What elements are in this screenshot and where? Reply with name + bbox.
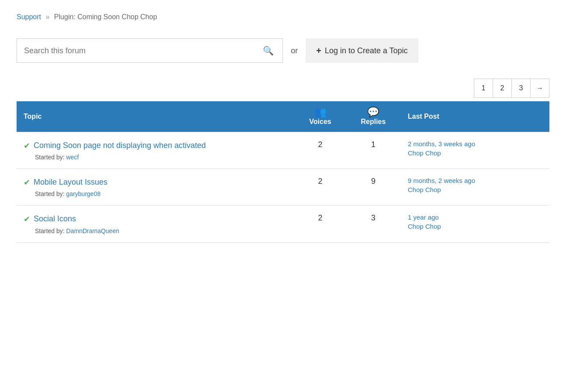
search-input[interactable] <box>24 46 261 55</box>
topic-title-link-0[interactable]: Coming Soon page not displaying when act… <box>34 141 206 150</box>
plus-icon: + <box>316 46 321 56</box>
author-link-0[interactable]: wecf <box>66 154 79 161</box>
breadcrumb-separator: » <box>46 13 50 21</box>
topic-cell-0: ✔ Coming Soon page not displaying when a… <box>17 132 295 169</box>
replies-label: Replies <box>361 118 386 126</box>
page-btn-next[interactable]: → <box>530 79 549 98</box>
table-row: ✔ Coming Soon page not displaying when a… <box>17 132 549 169</box>
lastpost-author-2[interactable]: Chop Chop <box>408 223 542 230</box>
voices-cell-1: 2 <box>295 169 346 206</box>
replies-cell-2: 3 <box>346 206 401 242</box>
voices-label: Voices <box>309 118 331 126</box>
page-btn-1[interactable]: 1 <box>474 79 493 98</box>
breadcrumb-current: Plugin: Coming Soon Chop Chop <box>54 13 157 21</box>
search-button[interactable]: 🔍 <box>261 45 276 56</box>
replies-cell-0: 1 <box>346 132 401 169</box>
or-label: or <box>291 46 298 55</box>
lastpost-author-0[interactable]: Chop Chop <box>408 149 542 157</box>
voices-cell-0: 2 <box>295 132 346 169</box>
started-by-0: Started by: wecf <box>24 154 288 161</box>
header-voices: 👥 Voices <box>295 101 346 132</box>
resolved-checkmark: ✔ <box>24 214 30 224</box>
author-link-2[interactable]: DamnDramaQueen <box>66 227 119 234</box>
lastpost-cell-1: 9 months, 2 weeks ago Chop Chop <box>401 169 549 206</box>
table-header-row: Topic 👥 Voices 💬 Replies Last Post <box>17 101 549 132</box>
replies-icon: 💬 <box>367 107 379 117</box>
resolved-checkmark: ✔ <box>24 141 30 151</box>
search-create-row: 🔍 or + Log in to Create a Topic <box>17 38 549 63</box>
topic-title-link-2[interactable]: Social Icons <box>34 214 76 223</box>
create-topic-label: Log in to Create a Topic <box>325 46 408 55</box>
pagination-row: 1 2 3 → <box>17 79 549 98</box>
create-topic-button[interactable]: + Log in to Create a Topic <box>306 38 418 63</box>
topic-title-2: Social Icons <box>34 213 76 224</box>
topic-title-link-1[interactable]: Mobile Layout Issues <box>34 178 107 186</box>
resolved-checkmark: ✔ <box>24 178 30 187</box>
started-by-2: Started by: DamnDramaQueen <box>24 227 288 234</box>
voices-cell-2: 2 <box>295 206 346 242</box>
started-by-label-0: Started by: <box>35 154 65 161</box>
voices-icon: 👥 <box>314 107 326 117</box>
topic-title-1: Mobile Layout Issues <box>34 177 107 188</box>
lastpost-time-1[interactable]: 9 months, 2 weeks ago <box>408 177 542 184</box>
breadcrumb: Support » Plugin: Coming Soon Chop Chop <box>17 13 549 21</box>
page-btn-3[interactable]: 3 <box>511 79 531 98</box>
table-row: ✔ Mobile Layout Issues Started by: garyb… <box>17 169 549 206</box>
breadcrumb-support-link[interactable]: Support <box>17 13 41 21</box>
replies-cell-1: 9 <box>346 169 401 206</box>
header-replies: 💬 Replies <box>346 101 401 132</box>
search-icon: 🔍 <box>263 46 274 55</box>
header-lastpost: Last Post <box>401 101 549 132</box>
topic-cell-1: ✔ Mobile Layout Issues Started by: garyb… <box>17 169 295 206</box>
author-link-1[interactable]: garyburge08 <box>66 190 101 197</box>
pagination: 1 2 3 → <box>474 79 549 98</box>
started-by-label-1: Started by: <box>35 190 65 197</box>
lastpost-cell-0: 2 months, 3 weeks ago Chop Chop <box>401 132 549 169</box>
lastpost-time-0[interactable]: 2 months, 3 weeks ago <box>408 140 542 148</box>
topic-cell-2: ✔ Social Icons Started by: DamnDramaQuee… <box>17 206 295 242</box>
topic-title-0: Coming Soon page not displaying when act… <box>34 140 206 151</box>
started-by-1: Started by: garyburge08 <box>24 190 288 197</box>
lastpost-cell-2: 1 year ago Chop Chop <box>401 206 549 242</box>
search-box: 🔍 <box>17 38 283 63</box>
header-topic: Topic <box>17 101 295 132</box>
page-btn-2[interactable]: 2 <box>493 79 512 98</box>
lastpost-time-2[interactable]: 1 year ago <box>408 213 542 221</box>
started-by-label-2: Started by: <box>35 227 65 234</box>
forum-table: Topic 👥 Voices 💬 Replies Last Post <box>17 101 549 243</box>
table-row: ✔ Social Icons Started by: DamnDramaQuee… <box>17 206 549 242</box>
lastpost-author-1[interactable]: Chop Chop <box>408 186 542 193</box>
